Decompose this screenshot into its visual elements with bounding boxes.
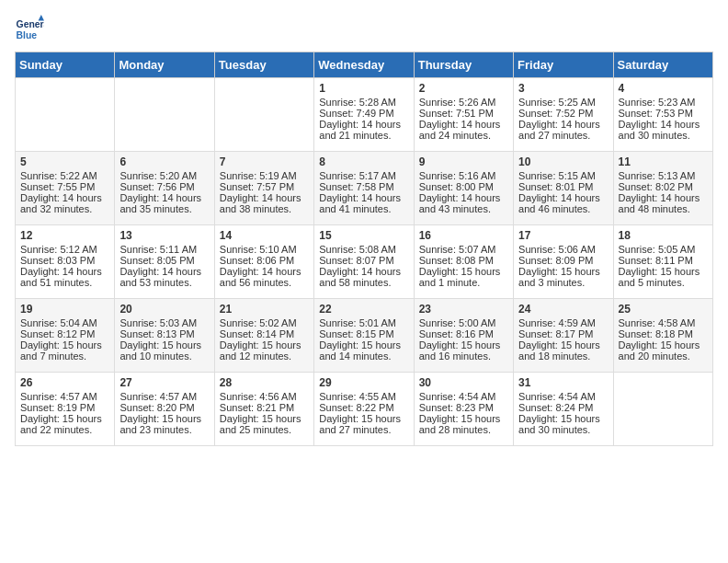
cell-text: Sunset: 8:03 PM	[20, 255, 109, 266]
cell-text: Sunset: 8:22 PM	[319, 402, 408, 413]
cell-text: Sunrise: 5:11 AM	[119, 244, 209, 255]
cell-text: Daylight: 15 hours	[619, 266, 708, 277]
svg-text:General: General	[17, 19, 44, 29]
cell-text: Daylight: 14 hours	[119, 266, 209, 277]
cell-text: Sunset: 7:51 PM	[419, 108, 508, 119]
day-number: 19	[20, 303, 109, 316]
cell-text: Daylight: 14 hours	[619, 192, 708, 203]
cell-text: Sunrise: 5:19 AM	[220, 170, 309, 181]
cell-text: Sunset: 8:01 PM	[518, 181, 608, 192]
cell-text: Sunrise: 4:54 AM	[518, 391, 608, 402]
calendar-cell: 18Sunrise: 5:05 AMSunset: 8:11 PMDayligh…	[613, 225, 712, 299]
header-thursday: Thursday	[414, 52, 513, 78]
cell-text: Daylight: 14 hours	[20, 192, 109, 203]
day-number: 12	[20, 229, 109, 242]
cell-text: Sunset: 8:20 PM	[119, 402, 209, 413]
cell-text: Sunrise: 5:25 AM	[518, 97, 608, 108]
cell-text: and 7 minutes.	[20, 350, 109, 362]
cell-text: Sunrise: 5:08 AM	[319, 244, 408, 255]
cell-text: Sunrise: 5:05 AM	[619, 244, 708, 255]
cell-text: Sunset: 7:53 PM	[619, 108, 708, 119]
cell-text: and 38 minutes.	[220, 203, 309, 214]
cell-text: Sunrise: 5:17 AM	[319, 170, 408, 181]
calendar-week-row: 5Sunrise: 5:22 AMSunset: 7:55 PMDaylight…	[16, 152, 713, 225]
day-number: 28	[220, 376, 309, 389]
cell-text: Sunrise: 5:00 AM	[419, 317, 508, 328]
cell-text: Sunset: 8:24 PM	[518, 402, 608, 413]
cell-text: Daylight: 15 hours	[518, 339, 608, 350]
cell-text: Sunrise: 5:06 AM	[518, 244, 608, 255]
cell-text: Daylight: 14 hours	[119, 192, 209, 203]
logo-icon: General Blue	[15, 15, 44, 44]
calendar-cell: 10Sunrise: 5:15 AMSunset: 8:01 PMDayligh…	[514, 152, 613, 225]
calendar-cell: 19Sunrise: 5:04 AMSunset: 8:12 PMDayligh…	[16, 299, 115, 373]
header-saturday: Saturday	[613, 52, 712, 78]
cell-text: and 46 minutes.	[518, 203, 608, 214]
cell-text: Sunrise: 5:23 AM	[619, 97, 708, 108]
cell-text: Daylight: 15 hours	[419, 339, 508, 350]
cell-text: Daylight: 15 hours	[220, 339, 309, 350]
day-number: 8	[319, 155, 408, 168]
calendar-cell: 2Sunrise: 5:26 AMSunset: 7:51 PMDaylight…	[414, 78, 513, 152]
cell-text: Sunset: 8:12 PM	[20, 328, 109, 339]
day-number: 11	[619, 155, 708, 168]
calendar-cell: 4Sunrise: 5:23 AMSunset: 7:53 PMDaylight…	[613, 78, 712, 152]
cell-text: Daylight: 15 hours	[518, 413, 608, 424]
cell-text: and 35 minutes.	[119, 203, 209, 214]
calendar-cell	[613, 373, 712, 446]
cell-text: Sunset: 8:07 PM	[319, 255, 408, 266]
header-wednesday: Wednesday	[314, 52, 414, 78]
cell-text: and 20 minutes.	[619, 350, 708, 362]
calendar-cell: 23Sunrise: 5:00 AMSunset: 8:16 PMDayligh…	[414, 299, 513, 373]
cell-text: Daylight: 14 hours	[419, 119, 508, 130]
cell-text: Daylight: 14 hours	[220, 192, 309, 203]
cell-text: and 10 minutes.	[119, 350, 209, 362]
calendar-week-row: 1Sunrise: 5:28 AMSunset: 7:49 PMDaylight…	[16, 78, 713, 152]
cell-text: Daylight: 15 hours	[319, 339, 408, 350]
cell-text: and 3 minutes.	[518, 277, 608, 288]
cell-text: Sunrise: 4:54 AM	[419, 391, 508, 402]
calendar-cell: 26Sunrise: 4:57 AMSunset: 8:19 PMDayligh…	[16, 373, 115, 446]
cell-text: Sunset: 8:23 PM	[419, 402, 508, 413]
cell-text: Daylight: 14 hours	[319, 192, 408, 203]
cell-text: Sunrise: 5:15 AM	[518, 170, 608, 181]
cell-text: Sunrise: 5:22 AM	[20, 170, 109, 181]
cell-text: and 58 minutes.	[319, 277, 408, 288]
header-sunday: Sunday	[16, 52, 115, 78]
cell-text: Sunset: 7:55 PM	[20, 181, 109, 192]
day-number: 10	[518, 155, 608, 168]
day-number: 4	[619, 82, 708, 95]
calendar-cell: 7Sunrise: 5:19 AMSunset: 7:57 PMDaylight…	[214, 152, 313, 225]
cell-text: Sunset: 8:02 PM	[619, 181, 708, 192]
cell-text: Sunrise: 4:57 AM	[119, 391, 209, 402]
cell-text: Daylight: 15 hours	[419, 266, 508, 277]
cell-text: Daylight: 15 hours	[518, 266, 608, 277]
cell-text: Sunset: 8:14 PM	[220, 328, 309, 339]
calendar-cell: 6Sunrise: 5:20 AMSunset: 7:56 PMDaylight…	[115, 152, 214, 225]
cell-text: and 32 minutes.	[20, 203, 109, 214]
cell-text: Daylight: 15 hours	[119, 339, 209, 350]
cell-text: and 43 minutes.	[419, 203, 508, 214]
cell-text: Sunrise: 4:58 AM	[619, 317, 708, 328]
day-number: 29	[319, 376, 408, 389]
cell-text: and 1 minute.	[419, 277, 508, 288]
calendar-header-row: SundayMondayTuesdayWednesdayThursdayFrid…	[16, 52, 713, 78]
cell-text: Daylight: 15 hours	[619, 339, 708, 350]
calendar-week-row: 12Sunrise: 5:12 AMSunset: 8:03 PMDayligh…	[16, 225, 713, 299]
cell-text: Sunrise: 4:55 AM	[319, 391, 408, 402]
cell-text: Sunset: 8:21 PM	[220, 402, 309, 413]
cell-text: and 22 minutes.	[20, 424, 109, 435]
header-friday: Friday	[514, 52, 613, 78]
cell-text: Daylight: 14 hours	[419, 192, 508, 203]
day-number: 21	[220, 303, 309, 316]
calendar-cell: 27Sunrise: 4:57 AMSunset: 8:20 PMDayligh…	[115, 373, 214, 446]
day-number: 3	[518, 82, 608, 95]
cell-text: Sunset: 8:08 PM	[419, 255, 508, 266]
cell-text: and 28 minutes.	[419, 424, 508, 435]
cell-text: and 27 minutes.	[518, 130, 608, 141]
cell-text: Sunrise: 5:01 AM	[319, 317, 408, 328]
cell-text: Daylight: 14 hours	[619, 119, 708, 130]
calendar-cell: 8Sunrise: 5:17 AMSunset: 7:58 PMDaylight…	[314, 152, 414, 225]
cell-text: Sunrise: 5:07 AM	[419, 244, 508, 255]
cell-text: Daylight: 14 hours	[518, 192, 608, 203]
